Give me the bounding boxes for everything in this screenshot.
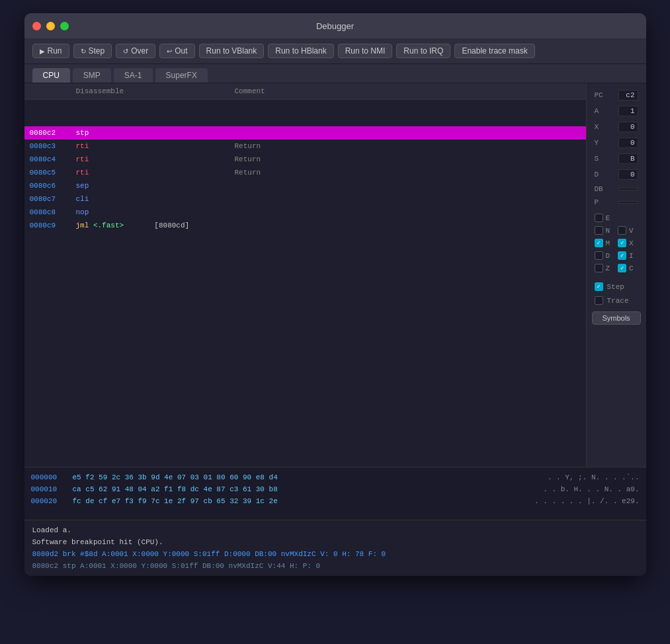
reg-pc-label: PC (595, 91, 608, 99)
hex-bytes-2: fc de cf e7 f3 f9 7c 1e 2f 97 cb 65 32 3… (73, 495, 530, 507)
tab-sa1[interactable]: SA-1 (114, 68, 153, 83)
flag-nv-row: N V (592, 225, 641, 235)
table-row[interactable]: 0080c9 jml <.fast> [8080cd] (24, 219, 586, 232)
trace-control-row: Trace (592, 295, 641, 306)
status-area: Loaded a. Software breakpoint hit (CPU).… (24, 520, 646, 576)
table-row[interactable]: 0080c4 rti Return (24, 153, 586, 166)
run-vblank-button[interactable]: Run to VBlank (199, 44, 265, 58)
run-nmi-button[interactable]: Run to NMI (338, 44, 393, 58)
flag-d-label: D (606, 252, 610, 260)
reg-p: P (592, 197, 641, 208)
hex-addr-1: 000010 (31, 483, 67, 495)
reg-p-value[interactable] (618, 201, 638, 204)
reg-y: Y 0 (592, 136, 641, 149)
tab-smp[interactable]: SMP (73, 68, 111, 83)
table-row[interactable]: 0080c7 cli (24, 192, 586, 206)
run-irq-button[interactable]: Run to IRQ (396, 44, 450, 58)
over-label: Over (131, 46, 148, 56)
flag-v-checkbox[interactable] (618, 226, 626, 235)
run-irq-label: Run to IRQ (403, 46, 443, 56)
hex-bytes-1: ca c5 62 91 48 04 a2 f1 f8 dc 4e 87 c3 6… (73, 483, 538, 495)
flag-v-label: V (629, 227, 634, 235)
reg-db: DB (592, 184, 641, 194)
hex-row-0: 000000 e5 f2 59 2c 36 3b 9d 4e 07 03 01 … (31, 471, 640, 483)
reg-a: A 1 (592, 104, 641, 118)
window-title: Debugger (316, 21, 354, 31)
main-area: Disassemble Comment 0080c2 st (24, 83, 646, 467)
table-row[interactable]: 0080c6 sep (24, 179, 586, 192)
out-label: Out (175, 46, 187, 56)
disasm-rows[interactable]: 0080c2 stp 0080c3 rti Return 0080c4 rti … (24, 100, 586, 463)
flag-m-checkbox[interactable] (595, 239, 603, 247)
status-line-4: 8080c2 stp A:0001 X:0000 Y:0000 S:01ff D… (32, 560, 638, 572)
hex-addr-2: 000020 (31, 495, 67, 507)
reg-d-label: D (595, 171, 608, 179)
step-button[interactable]: ↻ Step (73, 44, 112, 58)
reg-d-value[interactable]: 0 (618, 169, 638, 180)
reg-a-value[interactable]: 1 (618, 106, 638, 116)
out-button[interactable]: ↩ Out (159, 44, 194, 58)
flag-d-checkbox[interactable] (595, 251, 603, 260)
step-control-row: Step (592, 281, 641, 292)
hex-chars-2: . . . . . . |. /. . e29. (534, 495, 639, 507)
flag-i-label: I (629, 252, 634, 260)
table-row[interactable]: 0080c3 rti Return (24, 140, 586, 153)
flag-x-label: X (629, 239, 634, 247)
reg-d: D 0 (592, 168, 641, 181)
trace-checkbox[interactable] (595, 296, 603, 305)
addr-col-header (24, 86, 71, 97)
minimize-button[interactable] (46, 22, 55, 30)
flag-zc-row: Z C (592, 263, 641, 273)
step-label: Step (89, 46, 105, 56)
flag-n-checkbox[interactable] (595, 226, 603, 235)
hex-chars-1: . . b. H. . . N. . a0. (543, 483, 639, 495)
trace-control-label: Trace (607, 297, 629, 305)
flag-x-checkbox[interactable] (618, 239, 626, 247)
enable-trace-label: Enable trace mask (462, 46, 527, 56)
table-row[interactable]: 0080c8 nop (24, 206, 586, 219)
flag-i-checkbox[interactable] (618, 251, 626, 260)
tab-cpu[interactable]: CPU (32, 68, 70, 83)
reg-s-label: S (595, 155, 608, 163)
symbols-button[interactable]: Symbols (592, 311, 641, 325)
enable-trace-button[interactable]: Enable trace mask (454, 44, 534, 58)
reg-s-value[interactable]: B (618, 153, 638, 164)
table-row[interactable]: 0080c5 rti Return (24, 166, 586, 179)
close-button[interactable] (32, 22, 41, 30)
step-control-label: Step (607, 283, 624, 291)
hex-row-2: 000020 fc de cf e7 f3 f9 7c 1e 2f 97 cb … (31, 495, 640, 507)
tab-superfx[interactable]: SuperFX (155, 68, 208, 83)
run-hblank-label: Run to HBlank (275, 46, 326, 56)
run-button[interactable]: ▶ Run (32, 44, 69, 58)
over-button[interactable]: ↺ Over (116, 44, 155, 58)
status-line-1: Loaded a. (32, 524, 638, 536)
over-icon: ↺ (123, 48, 128, 55)
table-row[interactable]: 0080c2 stp (24, 126, 586, 140)
controls-section: Step Trace Symbols (592, 281, 641, 325)
reg-x: X 0 (592, 120, 641, 134)
step-checkbox[interactable] (595, 282, 603, 291)
flag-z-label: Z (606, 264, 610, 272)
flag-z-checkbox[interactable] (595, 264, 603, 272)
flag-n-label: N (606, 227, 610, 235)
run-vblank-label: Run to VBlank (206, 46, 257, 56)
run-label: Run (48, 46, 62, 56)
comment-col-header: Comment (230, 86, 586, 97)
run-hblank-button[interactable]: Run to HBlank (268, 44, 333, 58)
flag-mx-row: M X (592, 238, 641, 248)
reg-x-value[interactable]: 0 (618, 122, 638, 132)
reg-y-value[interactable]: 0 (618, 138, 638, 148)
reg-pc-value[interactable]: c2 (618, 90, 638, 101)
registers-panel: PC c2 A 1 X 0 Y 0 S B D 0 (587, 83, 646, 467)
run-nmi-label: Run to NMI (345, 46, 386, 56)
reg-db-value[interactable] (618, 188, 638, 190)
reg-x-label: X (595, 123, 608, 131)
flag-e-row: E (592, 213, 641, 223)
maximize-button[interactable] (60, 22, 69, 30)
flag-e-checkbox[interactable] (595, 214, 603, 222)
hex-dump-panel: 000000 e5 f2 59 2c 36 3b 9d 4e 07 03 01 … (24, 467, 646, 520)
status-line-2: Software breakpoint hit (CPU). (32, 536, 638, 548)
hex-row-1: 000010 ca c5 62 91 48 04 a2 f1 f8 dc 4e … (31, 483, 640, 495)
hex-chars-0: . . Y, ;. N. . . .`.. (548, 471, 640, 483)
flag-c-checkbox[interactable] (618, 264, 626, 272)
